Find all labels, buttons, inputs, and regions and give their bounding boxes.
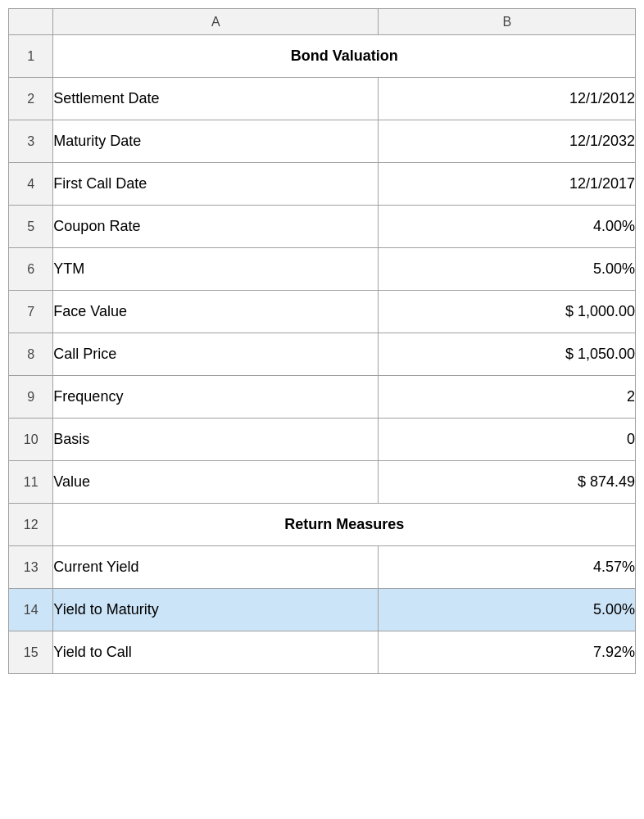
cell-b-8: $ 1,050.00 [379, 333, 636, 376]
table-row: 7Face Value$ 1,000.00 [9, 291, 636, 333]
row-number: 14 [9, 589, 53, 631]
table-row: 11Value$ 874.49 [9, 461, 636, 504]
table-row: 13Current Yield4.57% [9, 546, 636, 589]
row-number: 15 [9, 631, 53, 674]
cell-a-15: Yield to Call [53, 631, 379, 674]
cell-b-9: 2 [379, 376, 636, 419]
cell-a-5: Coupon Rate [53, 206, 379, 248]
cell-a-4: First Call Date [53, 163, 379, 206]
row-number: 3 [9, 120, 53, 163]
cell-b-7: $ 1,000.00 [379, 291, 636, 333]
cell-b-3: 12/1/2032 [379, 120, 636, 163]
cell-b-4: 12/1/2017 [379, 163, 636, 206]
table-row: 6YTM5.00% [9, 248, 636, 291]
table-row: 5Coupon Rate4.00% [9, 206, 636, 248]
row-number: 4 [9, 163, 53, 206]
column-a-header: A [53, 9, 379, 35]
row-number: 10 [9, 419, 53, 461]
spreadsheet-table: A B 1Bond Valuation2Settlement Date12/1/… [8, 8, 636, 674]
cell-a-2: Settlement Date [53, 78, 379, 120]
table-row: 9Frequency2 [9, 376, 636, 419]
cell-a-7: Face Value [53, 291, 379, 333]
cell-b-10: 0 [379, 419, 636, 461]
row-number: 5 [9, 206, 53, 248]
cell-a-3: Maturity Date [53, 120, 379, 163]
cell-b-2: 12/1/2012 [379, 78, 636, 120]
table-row: 2Settlement Date12/1/2012 [9, 78, 636, 120]
table-row: 15Yield to Call7.92% [9, 631, 636, 674]
table-row: 14Yield to Maturity5.00% [9, 589, 636, 631]
cell-a-10: Basis [53, 419, 379, 461]
cell-a-13: Current Yield [53, 546, 379, 589]
row-number: 1 [9, 35, 53, 78]
cell-a-8: Call Price [53, 333, 379, 376]
cell-a-6: YTM [53, 248, 379, 291]
row-number: 6 [9, 248, 53, 291]
cell-a-11: Value [53, 461, 379, 504]
column-header-row: A B [9, 9, 636, 35]
cell-b-5: 4.00% [379, 206, 636, 248]
cell-b-6: 5.00% [379, 248, 636, 291]
cell-b-15: 7.92% [379, 631, 636, 674]
row-number: 11 [9, 461, 53, 504]
table-row: 10Basis0 [9, 419, 636, 461]
row-number: 9 [9, 376, 53, 419]
row-number: 12 [9, 504, 53, 546]
table-row: 12Return Measures [9, 504, 636, 546]
cell-a-1: Bond Valuation [53, 35, 636, 78]
table-row: 8Call Price$ 1,050.00 [9, 333, 636, 376]
cell-b-13: 4.57% [379, 546, 636, 589]
column-b-header: B [379, 9, 636, 35]
cell-b-14: 5.00% [379, 589, 636, 631]
cell-a-9: Frequency [53, 376, 379, 419]
row-number: 2 [9, 78, 53, 120]
table-row: 3Maturity Date12/1/2032 [9, 120, 636, 163]
table-row: 1Bond Valuation [9, 35, 636, 78]
table-row: 4First Call Date12/1/2017 [9, 163, 636, 206]
table-body: 1Bond Valuation2Settlement Date12/1/2012… [9, 35, 636, 674]
cell-a-12: Return Measures [53, 504, 636, 546]
corner-cell [9, 9, 53, 35]
cell-a-14: Yield to Maturity [53, 589, 379, 631]
row-number: 8 [9, 333, 53, 376]
row-number: 13 [9, 546, 53, 589]
row-number: 7 [9, 291, 53, 333]
cell-b-11: $ 874.49 [379, 461, 636, 504]
